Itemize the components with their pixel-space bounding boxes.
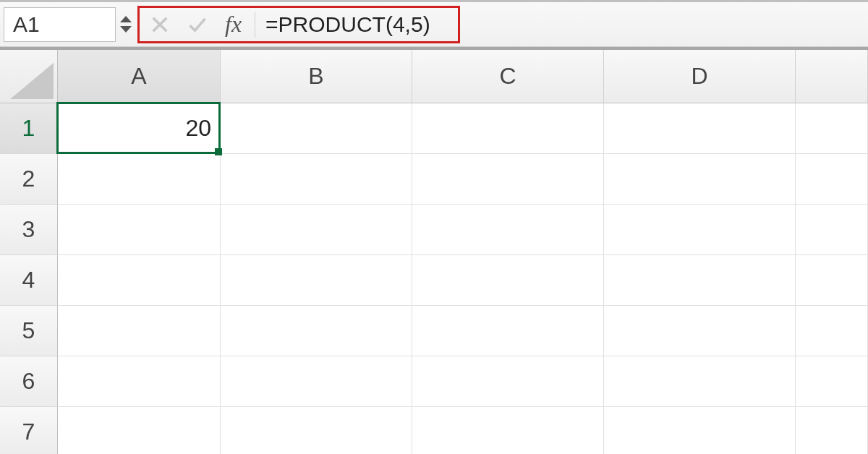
cell-c7[interactable] (412, 407, 604, 454)
cell-d2[interactable] (604, 154, 796, 205)
row-header-1[interactable]: 1 (0, 103, 58, 154)
name-box-spinner[interactable] (120, 16, 132, 33)
cell-c5[interactable] (412, 306, 604, 356)
spreadsheet-grid: 1 2 3 4 5 6 7 20 (0, 103, 868, 454)
column-header-c[interactable]: C (412, 50, 604, 103)
cell-e2[interactable] (796, 154, 868, 205)
chevron-up-icon[interactable] (120, 16, 132, 22)
cell-d3[interactable] (604, 205, 796, 255)
cell-a6[interactable] (58, 356, 221, 407)
cell-a2[interactable] (58, 154, 221, 205)
cell-b6[interactable] (221, 356, 412, 407)
column-header-a[interactable]: A (58, 50, 221, 103)
insert-function-button[interactable]: fx (225, 11, 246, 38)
cell-b5[interactable] (221, 306, 412, 356)
divider (255, 12, 255, 38)
cell-c4[interactable] (412, 255, 604, 306)
name-box[interactable]: A1 (4, 7, 116, 42)
cell-c2[interactable] (412, 154, 604, 205)
cell-a7[interactable] (58, 407, 221, 454)
cell-e4[interactable] (796, 255, 868, 306)
cell-e1[interactable] (796, 103, 868, 154)
cell-e7[interactable] (796, 407, 868, 454)
cell-a3[interactable] (58, 205, 221, 255)
cell-b4[interactable] (221, 255, 412, 306)
chevron-down-icon[interactable] (120, 26, 132, 33)
row-header-6[interactable]: 6 (0, 356, 58, 407)
formula-controls: fx =PRODUCT(4,5) (137, 6, 460, 43)
cell-d6[interactable] (604, 356, 796, 407)
cell-c6[interactable] (412, 356, 604, 407)
cell-b7[interactable] (221, 407, 412, 454)
cell-d5[interactable] (604, 306, 796, 356)
cell-a1[interactable]: 20 (58, 103, 221, 154)
formula-input[interactable]: =PRODUCT(4,5) (265, 12, 454, 37)
cell-c3[interactable] (412, 205, 604, 255)
confirm-icon[interactable] (187, 14, 208, 35)
cell-a4[interactable] (58, 255, 221, 306)
column-header-d[interactable]: D (604, 50, 796, 103)
cell-b1[interactable] (221, 103, 412, 154)
cell-c1[interactable] (412, 103, 604, 154)
row-header-3[interactable]: 3 (0, 205, 58, 255)
cell-e6[interactable] (796, 356, 868, 407)
row-header-4[interactable]: 4 (0, 255, 58, 306)
cell-a5[interactable] (58, 306, 221, 356)
column-header-e[interactable] (796, 50, 868, 103)
cell-b2[interactable] (221, 154, 412, 205)
select-all-corner[interactable] (0, 50, 58, 103)
cell-d7[interactable] (604, 407, 796, 454)
cell-b3[interactable] (221, 205, 412, 255)
row-header-5[interactable]: 5 (0, 306, 58, 356)
cell-e5[interactable] (796, 306, 868, 356)
row-header-7[interactable]: 7 (0, 407, 58, 454)
cell-d4[interactable] (604, 255, 796, 306)
formula-bar: A1 fx =PRODUCT(4,5) (0, 0, 868, 47)
column-header-b[interactable]: B (221, 50, 412, 103)
row-header-2[interactable]: 2 (0, 154, 58, 205)
cell-e3[interactable] (796, 205, 868, 255)
cancel-icon[interactable] (150, 14, 170, 35)
cell-d1[interactable] (604, 103, 796, 154)
column-header-row: A B C D (0, 47, 868, 103)
